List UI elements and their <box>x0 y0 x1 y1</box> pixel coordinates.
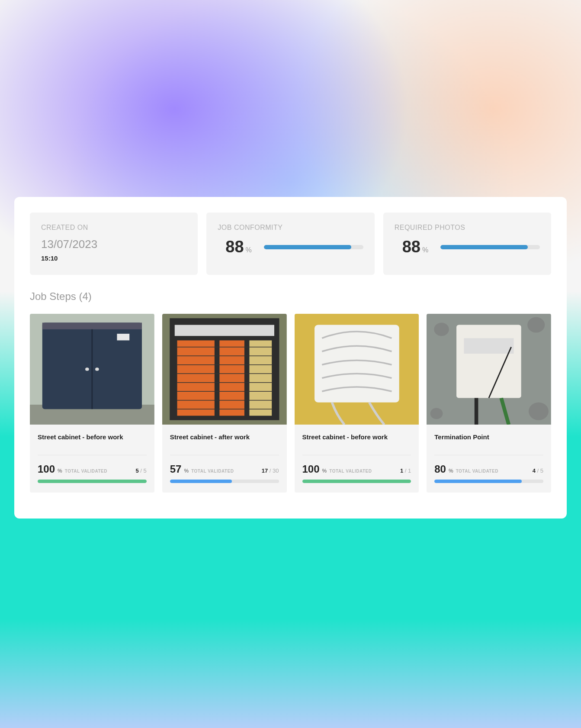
job-step-bar <box>302 480 411 483</box>
job-conformity-bar <box>264 245 363 249</box>
job-step-title: Street cabinet - after work <box>170 433 279 450</box>
created-on-date: 13/07/2023 <box>41 238 186 251</box>
job-step-percent: 57 <box>170 463 182 475</box>
svg-rect-11 <box>177 340 214 416</box>
job-steps-heading: Job Steps (4) <box>30 290 551 303</box>
job-step-title: Street cabinet - before work <box>302 433 411 450</box>
svg-rect-12 <box>219 340 244 416</box>
job-step-title: Street cabinet - before work <box>38 433 147 450</box>
job-conformity-card: JOB CONFORMITY 88 % <box>206 213 374 275</box>
svg-point-26 <box>527 317 545 333</box>
job-step-bar <box>38 480 147 483</box>
required-photos-label: REQUIRED PHOTOS <box>395 224 540 232</box>
job-conformity-bar-fill <box>264 245 351 249</box>
svg-rect-3 <box>42 322 142 329</box>
job-step-percent: 80 <box>434 463 446 475</box>
job-step-count: 17 / 30 <box>262 467 279 474</box>
created-on-card: CREATED ON 13/07/2023 15:10 <box>30 213 198 275</box>
svg-point-28 <box>430 408 443 419</box>
job-step-validated-label: TOTAL VALIDATED <box>191 469 234 474</box>
job-step-card[interactable]: Street cabinet - after work 57% TOTAL VA… <box>162 314 287 493</box>
job-step-thumbnail <box>427 314 551 425</box>
svg-point-27 <box>529 403 549 420</box>
svg-rect-10 <box>175 325 274 336</box>
created-on-label: CREATED ON <box>41 224 186 232</box>
job-steps-row: Street cabinet - before work 100% TOTAL … <box>30 314 551 493</box>
job-step-percent: 100 <box>302 463 320 475</box>
job-step-count: 4 / 5 <box>533 467 543 474</box>
job-step-count: 5 / 5 <box>135 467 146 474</box>
job-step-thumbnail <box>295 314 419 425</box>
required-photos-bar-fill <box>440 245 528 249</box>
svg-point-5 <box>85 367 89 371</box>
job-step-bar <box>170 480 279 483</box>
job-step-thumbnail <box>162 314 287 425</box>
job-step-card[interactable]: Street cabinet - before work 100% TOTAL … <box>30 314 154 493</box>
svg-point-6 <box>95 367 99 371</box>
job-step-percent: 100 <box>38 463 55 475</box>
job-step-bar <box>434 480 543 483</box>
job-panel: CREATED ON 13/07/2023 15:10 JOB CONFORMI… <box>14 197 567 519</box>
job-step-count: 1 / 1 <box>400 467 411 474</box>
svg-rect-30 <box>464 338 514 354</box>
job-step-thumbnail <box>30 314 154 425</box>
svg-point-25 <box>434 322 449 336</box>
job-step-title: Termination Point <box>434 433 543 450</box>
created-on-time: 15:10 <box>41 254 186 262</box>
svg-rect-7 <box>117 334 129 340</box>
required-photos-card: REQUIRED PHOTOS 88 % <box>383 213 551 275</box>
required-photos-bar <box>440 245 540 249</box>
job-step-card[interactable]: Termination Point 80% TOTAL VALIDATED 4 … <box>427 314 551 493</box>
job-conformity-label: JOB CONFORMITY <box>218 224 363 232</box>
job-step-validated-label: TOTAL VALIDATED <box>329 469 372 474</box>
required-photos-value: 88 % <box>402 238 429 256</box>
job-step-validated-label: TOTAL VALIDATED <box>65 469 107 474</box>
job-step-card[interactable]: Street cabinet - before work 100% TOTAL … <box>295 314 419 493</box>
summary-row: CREATED ON 13/07/2023 15:10 JOB CONFORMI… <box>30 213 551 275</box>
svg-rect-13 <box>249 340 272 416</box>
job-conformity-value: 88 % <box>225 238 252 256</box>
job-step-validated-label: TOTAL VALIDATED <box>456 469 498 474</box>
svg-rect-29 <box>456 325 521 398</box>
